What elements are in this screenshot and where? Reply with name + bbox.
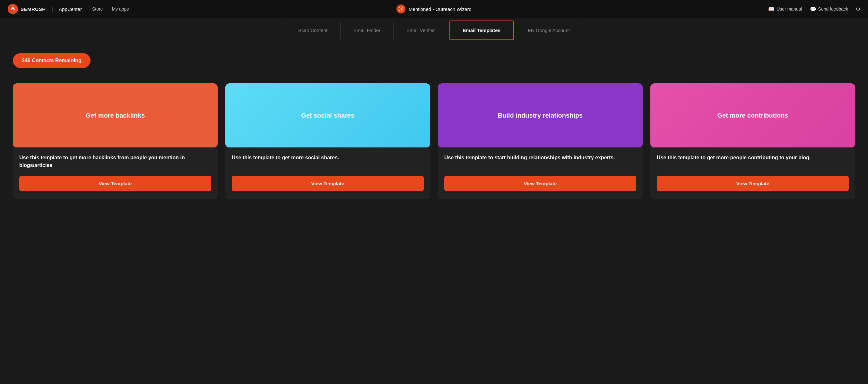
card-description-relationships: Use this template to start building rela… [444,154,636,162]
feedback-icon: 💬 [810,6,816,12]
top-navigation: SEMRUSH | AppCenter Store My apps @ Ment… [0,0,868,18]
card-body-relationships: Use this template to start building rela… [438,147,643,199]
book-icon: 📖 [768,6,775,12]
nav-links: Store My apps [92,6,129,11]
card-title-relationships: Build industry relationships [498,112,583,119]
card-title-social: Get social shares [301,112,354,119]
tab-email-finder[interactable]: Email Finder [341,21,394,39]
brand-separator: | [52,6,53,12]
view-template-button-social[interactable]: View Template [232,176,424,191]
card-image-contributions: Get more contributions [650,83,855,147]
card-description-social: Use this template to get more social sha… [232,154,424,162]
brand-area: SEMRUSH | AppCenter [8,4,82,14]
store-link[interactable]: Store [92,6,103,11]
view-template-button-contributions[interactable]: View Template [657,176,849,191]
template-card-social: Get social shares Use this template to g… [225,83,430,199]
card-title-backlinks: Get more backlinks [86,112,145,119]
gear-icon: ⚙ [856,6,860,12]
card-description-backlinks: Use this template to get more backlinks … [19,154,211,169]
semrush-brand-text: SEMRUSH [21,6,46,12]
template-card-backlinks: Get more backlinks Use this template to … [13,83,218,199]
user-manual-label: User manual [776,6,802,11]
card-body-backlinks: Use this template to get more backlinks … [13,147,218,199]
template-card-contributions: Get more contributions Use this template… [650,83,855,199]
app-title: Mentioned - Outreach Wizard [409,6,471,12]
nav-center: @ Mentioned - Outreach Wizard [397,4,471,13]
card-title-contributions: Get more contributions [717,112,788,119]
main-content: 246 Contacts Remaining Get more backlink… [0,43,868,209]
semrush-icon [8,4,18,14]
tab-email-templates[interactable]: Email Templates [450,21,514,40]
tab-google-account[interactable]: My Google Account [515,21,583,39]
template-card-relationships: Build industry relationships Use this te… [438,83,643,199]
view-template-button-relationships[interactable]: View Template [444,176,636,191]
view-template-button-backlinks[interactable]: View Template [19,176,211,191]
settings-button[interactable]: ⚙ [856,6,860,12]
card-image-backlinks: Get more backlinks [13,83,218,147]
card-description-contributions: Use this template to get more people con… [657,154,849,162]
send-feedback-link[interactable]: 💬 Send feedback [810,6,848,12]
card-image-relationships: Build industry relationships [438,83,643,147]
outreach-icon: @ [397,4,405,13]
my-apps-link[interactable]: My apps [112,6,129,11]
appcenter-text: AppCenter [59,6,82,12]
tab-email-verifier[interactable]: Email Verifier [394,21,448,39]
send-feedback-label: Send feedback [818,6,848,11]
templates-grid: Get more backlinks Use this template to … [13,83,855,199]
svg-point-0 [8,4,18,14]
card-body-social: Use this template to get more social sha… [225,147,430,199]
user-manual-link[interactable]: 📖 User manual [768,6,802,12]
nav-right: 📖 User manual 💬 Send feedback ⚙ [768,6,860,12]
semrush-logo[interactable]: SEMRUSH | AppCenter [8,4,82,14]
contacts-remaining-badge[interactable]: 246 Contacts Remaining [13,53,91,68]
card-image-social: Get social shares [225,83,430,147]
card-body-contributions: Use this template to get more people con… [650,147,855,199]
tab-bar: Scan Content Email Finder Email Verifier… [0,18,868,43]
tab-scan-content[interactable]: Scan Content [285,21,341,39]
